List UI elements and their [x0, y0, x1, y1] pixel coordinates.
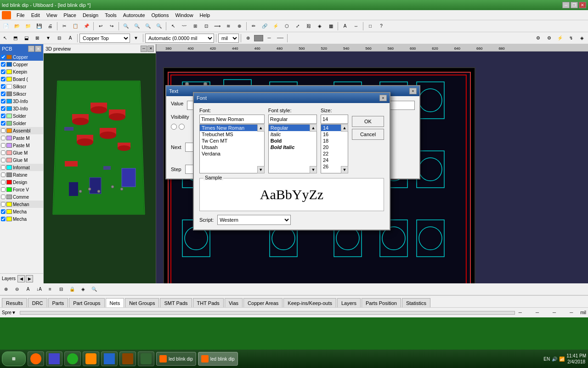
menu-help[interactable]: Help [197, 12, 213, 19]
layer-item-copper-bot[interactable]: Copper [0, 61, 43, 68]
tb2-r2[interactable]: ⚙ [544, 33, 554, 43]
size-scroll-down[interactable]: ▼ [341, 166, 348, 173]
font-ok-btn[interactable]: OK [352, 116, 384, 127]
size-20[interactable]: 20 [321, 144, 348, 150]
tb2-select[interactable]: ↖ [1, 33, 9, 43]
tb3-b6[interactable]: ⊟ [56, 284, 66, 294]
tb-copper[interactable]: ◈ [315, 21, 325, 31]
taskbar-btn-5[interactable] [101, 351, 118, 366]
tab-drc[interactable]: DRC [28, 298, 47, 307]
tb-table[interactable]: ⊞ [190, 21, 200, 31]
taskbar-btn-6[interactable] [119, 351, 136, 366]
tb-tool1[interactable]: ≋ [223, 21, 233, 31]
tb-open2[interactable]: 📁 [23, 21, 33, 31]
tab-netgroups[interactable]: Net Groups [125, 298, 159, 307]
tb-zoom1[interactable]: 🔍 [121, 21, 131, 31]
taskbar-btn-3[interactable] [64, 351, 81, 366]
menu-edit[interactable]: Edit [28, 12, 43, 19]
layer-check-assem[interactable] [1, 128, 6, 133]
layers-next-btn[interactable]: ▶ [26, 275, 33, 282]
layer-item-glue1[interactable]: Glue M [0, 149, 43, 156]
script-select[interactable]: Western [217, 215, 291, 225]
preview-collapse[interactable]: ─ [141, 46, 147, 52]
font-list-item-verdana[interactable]: Verdana [200, 150, 264, 157]
text-dialog-close[interactable]: × [409, 88, 417, 94]
tb-zoom2[interactable]: 🔍 [132, 21, 142, 31]
tb2-r5[interactable]: ◈ [577, 33, 587, 43]
layer-item-solder1[interactable]: Solder [0, 112, 43, 120]
size-16[interactable]: 16 [321, 131, 348, 138]
tb-select[interactable]: ↖ [168, 21, 178, 31]
size-dropdown[interactable]: Automatic (0.0000 mil [145, 34, 214, 43]
layer-check-glue1[interactable] [1, 150, 6, 155]
layers-prev-btn[interactable]: ◀ [17, 275, 25, 282]
layer-check-info[interactable] [1, 165, 6, 170]
tab-results[interactable]: Results [2, 298, 27, 307]
layer-item-board[interactable]: Board ( [0, 75, 43, 83]
tb-copy[interactable]: 📋 [70, 21, 80, 31]
menu-window[interactable]: Window [172, 12, 196, 19]
layer-check-3d2[interactable] [1, 106, 6, 111]
tab-smtpads[interactable]: SMT Pads [160, 298, 192, 307]
layer-item-glue2[interactable]: Glue M [0, 156, 43, 164]
taskbar-app-active[interactable]: led blink dip [198, 352, 238, 366]
layer-item-assem[interactable]: Assembl [0, 127, 43, 134]
tb2-b5[interactable]: A [65, 33, 75, 43]
tab-partspos[interactable]: Parts Position [362, 298, 401, 307]
tab-statistics[interactable]: Statistics [402, 298, 430, 307]
layer-item-paste1[interactable]: Paste M [0, 134, 43, 142]
tb2-dash[interactable]: ─ [264, 33, 274, 43]
tb-net[interactable]: ⛓ [304, 21, 314, 31]
tb3-b4[interactable]: ↓A [34, 284, 44, 294]
tab-layers[interactable]: Layers [337, 298, 361, 307]
tb-open[interactable]: 📂 [12, 21, 22, 31]
tb-print[interactable]: 🖨 [45, 21, 55, 31]
tb3-b9[interactable]: 🔍 [89, 284, 99, 294]
tb-help[interactable]: ? [376, 21, 386, 31]
layer-item-comme[interactable]: Comme [0, 193, 43, 201]
taskbar-btn-7[interactable] [138, 351, 154, 366]
close-btn[interactable]: ✕ [579, 2, 586, 8]
layer-check-force[interactable] [1, 187, 6, 192]
layer-check-solder2[interactable] [1, 121, 6, 126]
size-input[interactable] [321, 115, 348, 124]
layer-check-copper-top[interactable] [1, 55, 6, 59]
tb3-b5[interactable]: ≡ [45, 284, 55, 294]
layer-check-keepin[interactable] [1, 69, 6, 74]
style-bold[interactable]: Bold [269, 138, 317, 144]
layer-item-mech[interactable]: Mechan [0, 201, 43, 208]
tb-undo[interactable]: ↩ [96, 21, 106, 31]
tb-paste[interactable]: 📌 [81, 21, 91, 31]
tb2-dash2[interactable]: ── [275, 33, 285, 43]
layer-check-design[interactable] [1, 180, 6, 184]
font-dialog-close[interactable]: × [379, 95, 387, 101]
tb3-b2[interactable]: ⊖ [12, 284, 22, 294]
tb2-b3[interactable]: ⊠ [32, 33, 42, 43]
tb2-b2[interactable]: ⬓ [21, 33, 31, 43]
minimize-btn[interactable]: ─ [562, 2, 570, 8]
layer-dropdown[interactable]: Copper Top [79, 34, 130, 43]
menu-design[interactable]: Design [80, 12, 101, 19]
menu-autoroute[interactable]: Autoroute [120, 12, 148, 19]
tb2-r4[interactable]: ↯ [566, 33, 576, 43]
tb-pen[interactable]: ✏ [249, 21, 259, 31]
layer-check-mech[interactable] [1, 202, 6, 207]
font-list-scroll-down[interactable]: ▼ [257, 166, 265, 173]
tab-parts[interactable]: Parts [48, 298, 68, 307]
tb-zoom3[interactable]: 🔍 [143, 21, 153, 31]
tb2-filter[interactable]: ▼ [43, 33, 53, 43]
font-list-scroll-up[interactable]: ▲ [257, 124, 265, 132]
layers-close[interactable]: ✕ [35, 46, 41, 52]
layer-item-3d2[interactable]: 3D-Info [0, 105, 43, 112]
tab-copperareas[interactable]: Copper Areas [243, 298, 283, 307]
tb3-b8[interactable]: ◈ [78, 284, 88, 294]
tb-drc[interactable]: ⚡ [271, 21, 281, 31]
font-list-item-times[interactable]: Times New Roman [200, 125, 264, 131]
tb-link[interactable]: 🔗 [260, 21, 270, 31]
layer-check-solder1[interactable] [1, 114, 6, 118]
layer-item-paste2[interactable]: Paste M [0, 142, 43, 149]
font-list-item-utsaah[interactable]: Utsaah [200, 144, 264, 150]
tb2-r1[interactable]: ⚙ [533, 33, 543, 43]
tb-3d[interactable]: ⬡ [282, 21, 292, 31]
font-name-input[interactable] [199, 115, 265, 124]
